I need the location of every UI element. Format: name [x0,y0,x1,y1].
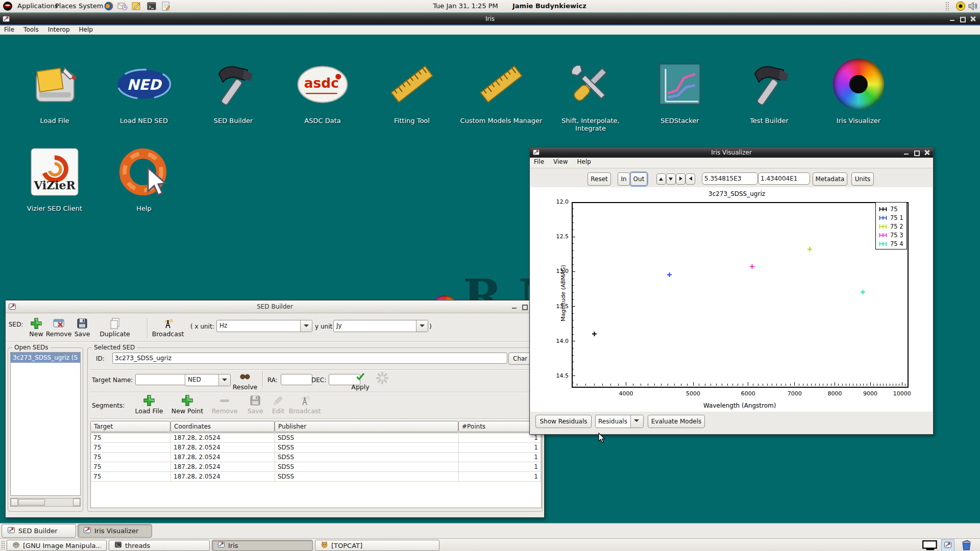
launcher-mail-clock-icon[interactable] [117,1,128,13]
iris-menu-interop[interactable]: Interop [44,26,74,34]
desktop-icon-iris-visualizer[interactable]: Iris Visualizer [814,55,903,124]
horizontal-scrollbar[interactable] [10,498,81,507]
desktop-icon-help[interactable]: Help [100,142,188,212]
apply-button[interactable]: Apply [349,370,372,391]
volume-icon[interactable] [968,1,978,13]
pan-down-button[interactable] [666,173,676,185]
clock[interactable]: Tue Jan 31, 1:25 PM [432,0,499,12]
maximize-icon[interactable] [522,304,528,310]
units-button[interactable]: Units [851,172,874,186]
data-point-75-1[interactable] [667,271,672,276]
close-icon[interactable] [970,16,976,22]
table-row[interactable]: 75187.28, 2.0524SDSS1 [91,462,541,472]
data-point-75-2[interactable] [807,246,812,251]
segments-toolbar-load-file-button[interactable]: Load File [132,394,166,415]
user-menu[interactable]: Jamie Budynkiewicz [512,0,586,12]
iris-menu-file[interactable]: File [0,26,18,34]
panel-drag-handle[interactable] [945,2,949,11]
taskbar-button-sed-builder[interactable]: SED Builder [2,524,76,538]
segments-table[interactable]: 75187.28, 2.0524SDSS175187.28, 2.0524SDS… [90,433,542,508]
java-tray-icon[interactable] [941,539,954,551]
residuals-select[interactable]: Residuals [595,415,644,428]
target-name-field[interactable] [135,374,188,385]
sed-toolbar-duplicate-button[interactable]: Duplicate [97,317,132,338]
panel-task--topcat-[interactable]: [TOPCAT] [315,540,439,551]
iris-menu-tools[interactable]: Tools [19,26,43,34]
pan-up-button[interactable] [656,173,666,185]
trash-icon[interactable] [961,539,972,551]
system-menu[interactable]: System [75,0,107,12]
launcher-note-icon[interactable] [131,1,141,13]
data-point-75-4[interactable] [861,289,865,293]
data-point-75[interactable] [592,331,597,335]
desktop-icon-load-file[interactable]: Load File [10,55,99,124]
panel-task--gnu-image-manipula-[interactable]: [GNU Image Manipula... [7,540,107,551]
sed-toolbar-broadcast-button[interactable]: Broadcast [151,317,185,338]
chevron-down-icon[interactable] [300,320,312,332]
table-row[interactable]: 75187.28, 2.0524SDSS1 [91,472,541,482]
sed-toolbar-save-button[interactable]: Save [65,317,100,338]
launcher-terminal-icon[interactable] [146,1,157,13]
column-header-target[interactable]: Target [90,421,170,432]
y-unit-select[interactable]: Jy [333,320,428,332]
minimize-icon[interactable] [511,304,518,310]
scrollbar-thumb[interactable] [18,499,45,506]
pan-left-button[interactable] [685,173,695,185]
visualizer-menu-file[interactable]: File [530,158,548,168]
maximize-icon[interactable] [914,149,920,156]
segments-toolbar-new-point-button[interactable]: New Point [170,394,205,415]
panel-task-threads[interactable]: threads [109,540,210,551]
launcher-firefox-icon[interactable] [104,1,114,13]
desktop-icon-custom-models-manager[interactable]: Custom Models Manager [457,55,546,124]
visualizer-menu-view[interactable]: View [549,158,572,168]
y-coordinate-field[interactable]: 1.434004E1 [758,172,810,185]
visualizer-menu-help[interactable]: Help [573,158,595,168]
list-item[interactable]: 3c273_SDSS_ugriz (S [11,353,80,363]
scroll-left-icon[interactable] [11,498,18,506]
desktop-icon-shift-interpolate-integrate[interactable]: Shift, Interpolate, Integrate [546,55,635,132]
iris-main-titlebar[interactable]: Iris [0,14,980,26]
display-settings-icon[interactable] [922,540,939,551]
notification-tray-icon[interactable] [955,1,966,13]
launcher-notepad-icon[interactable] [161,1,171,13]
close-icon[interactable] [924,149,930,156]
desktop-icon-fitting-tool[interactable]: Fitting Tool [368,55,456,124]
id-field[interactable]: 3c273_SDSS_ugriz [112,353,507,364]
visualizer-titlebar[interactable]: Iris Visualizer [530,147,933,158]
column-header-points[interactable]: #Points [458,421,541,432]
scroll-right-icon[interactable] [73,498,80,506]
x-coordinate-field[interactable]: 5.354815E3 [702,172,758,185]
sed-builder-titlebar[interactable]: SED Builder [6,300,544,313]
chevron-down-icon[interactable] [630,415,643,428]
distro-menu-icon[interactable] [3,1,13,13]
desktop-icon-test-builder[interactable]: Test Builder [725,55,814,124]
resolver-select[interactable]: NED [185,374,231,386]
taskbar-button-iris-visualizer[interactable]: Iris Visualizer [78,524,152,538]
iris-menu-help[interactable]: Help [75,26,97,34]
evaluate-models-button[interactable]: Evaluate Models [648,415,705,428]
plot-canvas[interactable]: 3c273_SDSS_ugriz Magnitude (ABMAG) Wavel… [530,187,933,412]
resolve-button[interactable]: Resolve [232,370,258,391]
plot-area[interactable] [572,202,909,388]
desktop-icon-asdc-data[interactable]: asdcASDC Data [278,55,367,124]
reset-button[interactable]: Reset [587,172,611,186]
metadata-button[interactable]: Metadata [813,172,847,186]
zoom-in-button[interactable]: In [618,172,630,186]
panel-task-iris[interactable]: Iris [212,540,313,551]
show-residuals-button[interactable]: Show Residuals [535,415,592,428]
pan-right-button[interactable] [676,173,685,185]
chevron-down-icon[interactable] [218,374,230,386]
data-point-75-3[interactable] [750,263,754,268]
maximize-icon[interactable] [960,16,966,22]
minimize-icon[interactable] [903,149,910,156]
open-seds-list[interactable]: 3c273_SDSS_ugriz (S [10,352,81,496]
zoom-out-button[interactable]: Out [630,172,647,186]
minimize-icon[interactable] [949,16,955,22]
x-unit-select[interactable]: Hz [216,320,312,332]
table-row[interactable]: 75187.28, 2.0524SDSS1 [91,453,541,462]
desktop-icon-sedstacker[interactable]: SEDStacker [635,55,724,124]
table-row[interactable]: 75187.28, 2.0524SDSS1 [91,443,541,453]
ra-field[interactable] [281,374,312,385]
chevron-down-icon[interactable] [416,320,428,332]
panel-drag-handle[interactable] [1,540,5,549]
